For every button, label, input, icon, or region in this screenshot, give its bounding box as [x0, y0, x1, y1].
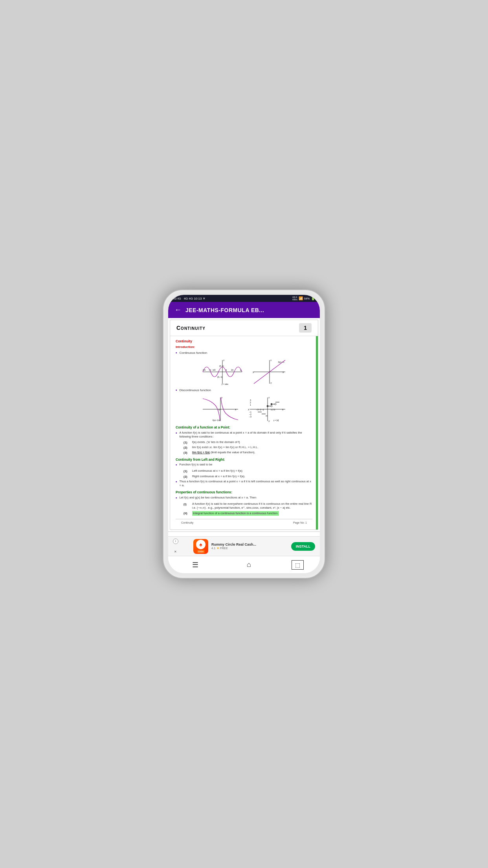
svg-text:X': X' [253, 371, 254, 373]
back-nav-button[interactable]: ⬚ [292, 560, 304, 570]
section3-text2: Thus a function f(x) is continuous at a … [180, 480, 312, 488]
bullet-dot-4: • [176, 462, 177, 468]
conditions-list: (1) f(a) exists. ('a' lies in the domain… [183, 440, 312, 455]
prop-text-i: A function f(x) is said to be everywhere… [192, 502, 312, 510]
svg-text:Y: Y [270, 359, 272, 362]
rummy-app-icon: ♠ CASH [193, 539, 208, 554]
bullet-dot-3: • [176, 430, 177, 436]
svg-text:O: O [218, 408, 220, 411]
svg-text:X: X [235, 408, 237, 411]
ad-rating: 4.1 ★ FREE [211, 546, 288, 550]
ad-star-icon: ★ [216, 546, 219, 550]
num-2: (2) [183, 445, 190, 450]
content-body: Continuity Introduction: • Continuous fu… [170, 336, 318, 530]
section-continuity-title: Continuity [176, 339, 312, 344]
continuous-graphs: (0, 1) X y = sinx (0,−1) −2π −π Y π/2 π [176, 358, 312, 386]
time: 4G 4G 10:13 ✕ [184, 297, 205, 300]
lr-1: (1) Left continuous at x = a if lim f(x)… [183, 469, 312, 473]
wifi-icon: 📶 [299, 296, 303, 300]
section3-title: Continuity from Left and Right: [176, 458, 312, 462]
ad-rating-value: 4.1 [211, 546, 215, 550]
svg-text:1  2  3: 1 2 3 [271, 408, 275, 411]
menu-button[interactable]: ☰ [184, 558, 206, 572]
bullet-dot-1: • [176, 350, 177, 356]
home-button[interactable]: ⌂ [239, 558, 259, 571]
page-title: Continuity [176, 325, 205, 331]
condition-3: (3) lim f(x) = f(a) (limit equals the va… [183, 451, 312, 455]
footer-right: Page No: 1 [293, 521, 307, 525]
svg-text:Y: Y [268, 397, 270, 399]
svg-text:−π: −π [209, 369, 211, 371]
condition-2: (2) lim f(x) exist i.e. lim f(x) = lim f… [183, 445, 312, 450]
svg-text:y = sinx: y = sinx [222, 383, 229, 385]
install-button[interactable]: INSTALL [291, 542, 315, 551]
network-speed: 68.6KB/s [292, 296, 297, 301]
hyperbola-graph: X Y f(x)= 1/x O [199, 395, 242, 423]
ad-info-icon[interactable]: i [173, 539, 178, 544]
svg-text:Y': Y' [270, 382, 272, 384]
section2-text: A function f(x) is said to be continuous… [180, 431, 312, 439]
rummy-logo: ♠ [196, 540, 205, 549]
continuous-label: Continuous function [180, 351, 207, 355]
lr-num-2: (2) [183, 474, 190, 479]
svg-text:π/2: π/2 [213, 369, 216, 371]
status-left: 4G 4G 4G 4G 10:13 ✕ [173, 297, 205, 300]
ad-app-name: Rummy Circle Real Cash... [211, 542, 288, 546]
svg-text:(0,−1): (0,−1) [217, 376, 223, 378]
back-button[interactable]: ← [174, 306, 182, 314]
bullet-continuous: • Continuous function [176, 351, 312, 356]
step-graph: X X' Y Y' y = [x] 3 2 1 −1 −2 −3 [246, 395, 289, 423]
phone-screen: 4G 4G 4G 4G 10:13 ✕ 68.6KB/s 📶 64% 🔋 ← J… [168, 295, 320, 573]
svg-text:1: 1 [250, 404, 251, 406]
discontinuous-graphs: X Y f(x)= 1/x O [176, 395, 312, 423]
ad-free-label: FREE [220, 546, 228, 550]
linear-graph: f(x) = x X X' Y Y' [250, 358, 289, 386]
prop-text-ii: Integral function of a continuous functi… [192, 511, 279, 516]
lr-text-1: Left continuous at x = a if lim f(x) = f… [192, 469, 242, 473]
text-2: lim f(x) exist i.e. lim f(x) = lim f(x) … [192, 445, 258, 450]
battery-icon: 🔋 [311, 296, 315, 300]
bullet-dot-6: • [176, 495, 177, 501]
ad-close-icon[interactable]: ✕ [173, 550, 178, 554]
page-number: 1 [299, 323, 312, 333]
app-title: JEE-MATHS-FORMULA EB... [185, 307, 264, 313]
section2-title: Continuity of a function at a Point: [176, 425, 312, 430]
cash-badge: CASH [197, 550, 205, 553]
section4-bullet: • Let f(x) and g(x) be two continuous fu… [176, 496, 312, 501]
bullet-discontinuous: • Discontinuous function [176, 388, 312, 393]
condition-1: (1) f(a) exists. ('a' lies in the domain… [183, 440, 312, 445]
svg-text:Y: Y [223, 359, 225, 362]
nav-bar: ☰ ⌂ ⬚ [168, 556, 320, 573]
svg-point-35 [275, 403, 276, 405]
lr-num-1: (1) [183, 469, 190, 473]
svg-text:π: π [226, 369, 227, 371]
section3-bullet1: • Function f(x) is said to be [176, 463, 312, 468]
phone-frame: 4G 4G 4G 4G 10:13 ✕ 68.6KB/s 📶 64% 🔋 ← J… [163, 289, 325, 579]
svg-text:X: X [282, 408, 284, 411]
bullet-dot-5: • [176, 479, 177, 485]
lr-text-2: Right continuous at x = a if lim f(x) = … [192, 474, 245, 479]
props-list: (i) A function f(x) is said to be everyw… [183, 502, 312, 516]
battery: 64% [304, 297, 310, 300]
green-sidebar [316, 336, 318, 530]
svg-text:y = [x]: y = [x] [273, 419, 279, 421]
section2-bullet: • A function f(x) is said to be continuo… [176, 431, 312, 439]
num-1: (1) [183, 440, 190, 445]
lr-2: (2) Right continuous at x = a if lim f(x… [183, 474, 312, 479]
svg-text:f(x) = x: f(x) = x [278, 361, 284, 363]
ad-icon-area: i ✕ [173, 539, 189, 554]
svg-text:−3 −2 −1: −3 −2 −1 [256, 408, 264, 411]
main-content: Continuity 1 Continuity Introduction: • … [168, 318, 320, 536]
prop-num-ii: (ii) [183, 511, 190, 516]
status-bar: 4G 4G 4G 4G 10:13 ✕ 68.6KB/s 📶 64% 🔋 [168, 295, 320, 302]
second-page: (iii) If g(x) is continuous at x = a and… [168, 533, 320, 536]
page-header: Continuity 1 [170, 320, 318, 336]
discontinuous-label: Discontinuous function [180, 388, 211, 392]
svg-point-37 [271, 403, 272, 405]
svg-text:2π: 2π [231, 369, 234, 371]
text-3: lim f(x) = f(a) (limit equals the value … [192, 451, 255, 455]
section3-bullet2: • Thus a function f(x) is continuous at … [176, 480, 312, 488]
section4-title: Properties of continuous functions: [176, 490, 312, 495]
prop-i: (i) A function f(x) is said to be everyw… [183, 502, 312, 510]
svg-point-34 [271, 405, 272, 407]
